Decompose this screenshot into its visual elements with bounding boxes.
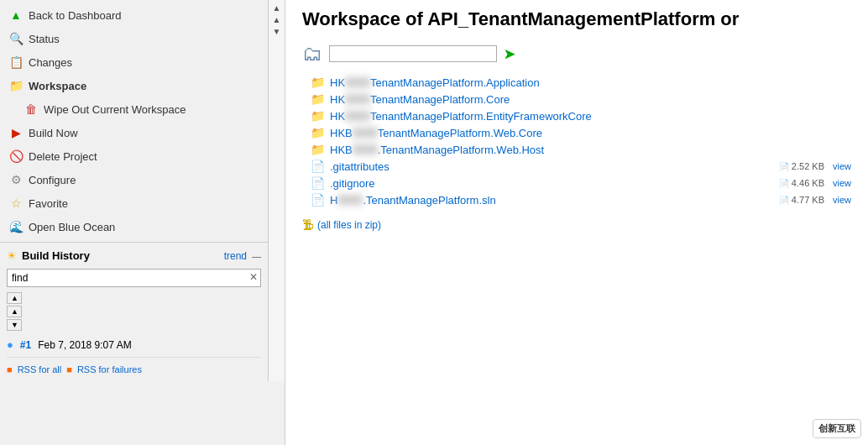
right-scroll-arrows: ▲ ▲ ▼ xyxy=(268,0,285,381)
wipe-workspace-label: Wipe Out Current Workspace xyxy=(44,103,186,116)
list-item-file-4: 📁HKBTenantManagePlatform.Web.Core xyxy=(311,124,851,141)
sidebar-item-build-now[interactable]: ▶Build Now xyxy=(0,121,268,144)
list-item-file-3: 📁HKTenantManagePlatform.EntityFrameworkC… xyxy=(311,107,851,124)
file-name-file-6: .gitattributes xyxy=(330,160,390,173)
file-link-file-5[interactable]: HKB xyxy=(330,144,353,156)
favorite-label: Favorite xyxy=(29,197,68,210)
build-num-link[interactable]: #1 xyxy=(20,339,31,351)
sidebar-item-wipe-workspace[interactable]: 🗑Wipe Out Current Workspace xyxy=(0,97,268,121)
scroll-arrows-row: ▲ ▲ ▼ xyxy=(7,292,261,331)
build-search-wrap: ✕ xyxy=(7,269,261,287)
file-suffix-link-file-1[interactable]: TenantManagePlatform.Application xyxy=(370,76,540,89)
file-path-bar: 🗂 ➤ xyxy=(302,42,851,65)
go-button[interactable]: ➤ xyxy=(504,46,515,62)
path-input[interactable] xyxy=(329,45,497,62)
file-view-link-file-7[interactable]: view xyxy=(833,178,851,188)
file-link-file-7[interactable]: .gitignore xyxy=(330,177,374,190)
trend-dash: — xyxy=(252,251,261,261)
right-scroll-down[interactable]: ▼ xyxy=(273,27,281,36)
blurred-segment-file-8 xyxy=(337,195,363,205)
sidebar-item-favorite[interactable]: ☆Favorite xyxy=(0,191,268,215)
blurred-segment-file-3 xyxy=(345,111,370,121)
file-suffix-link-file-8[interactable]: .TenantManagePlatform.sln xyxy=(363,194,495,207)
configure-label: Configure xyxy=(29,174,76,186)
sidebar-item-configure[interactable]: ⚙Configure xyxy=(0,168,268,191)
file-link-file-1[interactable]: HK xyxy=(330,76,345,89)
status-icon: 🔍 xyxy=(8,31,24,46)
sidebar-item-back-dashboard[interactable]: ▲Back to Dashboard xyxy=(0,3,268,27)
build-now-label: Build Now xyxy=(29,127,78,139)
sidebar-item-workspace[interactable]: 📁Workspace xyxy=(0,74,268,97)
file-suffix-link-file-2[interactable]: TenantManagePlatform.Core xyxy=(370,93,510,106)
list-item-file-2: 📁HKTenantManagePlatform.Core xyxy=(311,91,851,107)
doc-icon-file-8: 📄 xyxy=(779,196,789,205)
file-suffix-link-file-5[interactable]: .TenantManagePlatform.Web.Host xyxy=(378,144,544,156)
file-name-file-1: HKTenantManagePlatform.Application xyxy=(330,76,540,89)
file-browser: 🗂 ➤ 📁HKTenantManagePlatform.Application📁… xyxy=(302,42,851,235)
scroll-up2-btn[interactable]: ▲ xyxy=(7,306,22,317)
build-date: Feb 7, 2018 9:07 AM xyxy=(38,339,131,351)
file-name-file-8: H.TenantManagePlatform.sln xyxy=(330,194,496,207)
file-link-file-8[interactable]: H xyxy=(330,194,337,207)
file-link-file-3[interactable]: HK xyxy=(330,110,345,123)
wipe-workspace-icon: 🗑 xyxy=(24,102,39,117)
folder-icon: 📁 xyxy=(311,126,325,139)
sidebar-item-delete-project[interactable]: 🚫Delete Project xyxy=(0,144,268,168)
page-title: Workspace of API_TenantManagementPlatfor… xyxy=(302,8,851,30)
rss-failures-link[interactable]: RSS for failures xyxy=(77,364,142,374)
sidebar-item-status[interactable]: 🔍Status xyxy=(0,27,268,50)
list-item-file-6: 📄.gitattributes📄 2.52 KBview xyxy=(311,158,851,175)
folder-icon-large: 🗂 xyxy=(302,42,322,65)
sun-icon: ☀ xyxy=(7,249,17,262)
sidebar-item-open-blue-ocean[interactable]: 🌊Open Blue Ocean xyxy=(0,215,268,238)
file-name-file-5: HKB.TenantManagePlatform.Web.Host xyxy=(330,144,544,156)
right-scroll-up[interactable]: ▲ xyxy=(273,3,281,13)
delete-project-label: Delete Project xyxy=(29,150,97,163)
file-icon: 📄 xyxy=(311,193,325,207)
file-link-file-2[interactable]: HK xyxy=(330,93,345,106)
file-link-file-6[interactable]: .gitattributes xyxy=(330,160,390,173)
file-view-link-file-8[interactable]: view xyxy=(833,195,851,205)
list-item-file-7: 📄.gitignore📄 4.46 KBview xyxy=(311,175,851,191)
file-size-file-7: 📄 4.46 KB xyxy=(779,178,824,188)
folder-icon: 📁 xyxy=(311,109,325,123)
blurred-segment-file-5 xyxy=(353,144,378,154)
folder-icon: 📁 xyxy=(311,76,325,89)
sidebar-item-changes[interactable]: 📋Changes xyxy=(0,50,268,74)
build-history-section: ☀ Build History trend — ✕ ▲ ▲ ▼ xyxy=(0,243,268,381)
favorite-icon: ☆ xyxy=(8,196,24,211)
file-list: 📁HKTenantManagePlatform.Application📁HKTe… xyxy=(311,74,851,208)
file-name-file-7: .gitignore xyxy=(330,177,374,190)
status-label: Status xyxy=(29,33,60,45)
sidebar-nav-area: ▲Back to Dashboard🔍Status📋Changes📁Worksp… xyxy=(0,0,285,381)
build-search-input[interactable] xyxy=(7,269,261,287)
rss-icon-all: ■ xyxy=(7,364,13,374)
workspace-label: Workspace xyxy=(29,80,86,92)
scroll-up-btn[interactable]: ▲ xyxy=(7,292,22,304)
zip-link[interactable]: (all files in zip) xyxy=(317,219,381,231)
file-suffix-link-file-3[interactable]: TenantManagePlatform.EntityFrameworkCore xyxy=(370,110,592,123)
back-dashboard-icon: ▲ xyxy=(8,8,24,23)
file-suffix-link-file-4[interactable]: TenantManagePlatform.Web.Core xyxy=(378,127,542,139)
file-icon: 📄 xyxy=(311,160,325,173)
scroll-down-btn[interactable]: ▼ xyxy=(7,319,22,331)
right-scroll-up2[interactable]: ▲ xyxy=(273,15,281,24)
sidebar-nav-content: ▲Back to Dashboard🔍Status📋Changes📁Worksp… xyxy=(0,0,268,381)
file-view-link-file-6[interactable]: view xyxy=(833,161,851,171)
sidebar-navigation: ▲Back to Dashboard🔍Status📋Changes📁Worksp… xyxy=(0,0,268,243)
trend-link[interactable]: trend xyxy=(224,250,247,262)
open-blue-ocean-label: Open Blue Ocean xyxy=(29,221,115,233)
list-item-file-5: 📁HKB.TenantManagePlatform.Web.Host xyxy=(311,141,851,158)
sidebar: ▲Back to Dashboard🔍Status📋Changes📁Worksp… xyxy=(0,0,285,445)
delete-project-icon: 🚫 xyxy=(8,149,24,164)
build-item-build-1: ● #1 Feb 7, 2018 9:07 AM xyxy=(7,336,261,353)
file-link-file-4[interactable]: HKB xyxy=(330,127,353,139)
file-name-file-2: HKTenantManagePlatform.Core xyxy=(330,93,510,106)
rss-all-link[interactable]: RSS for all xyxy=(18,364,62,374)
search-clear-btn[interactable]: ✕ xyxy=(249,271,258,283)
file-icon: 📄 xyxy=(311,176,325,190)
folder-icon: 📁 xyxy=(311,92,325,106)
list-item-file-1: 📁HKTenantManagePlatform.Application xyxy=(311,74,851,91)
build-status-icon: ● xyxy=(7,338,13,351)
zip-row: 🗜 (all files in zip) xyxy=(302,215,851,235)
